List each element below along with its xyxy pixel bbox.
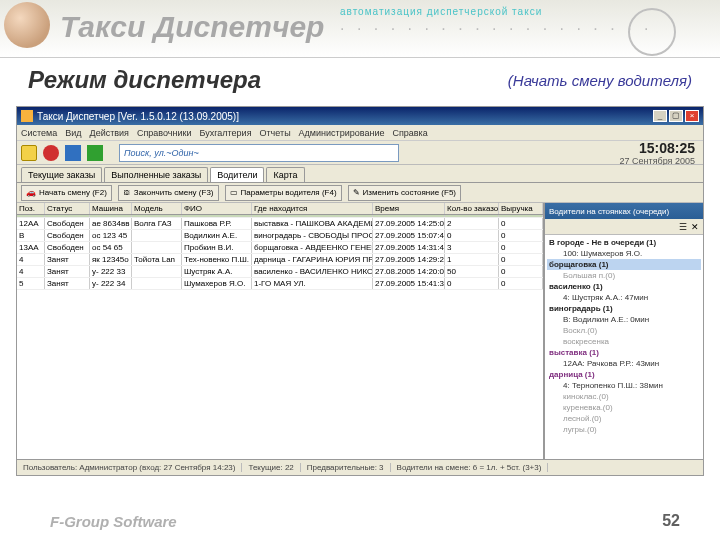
tree-node[interactable]: 12АА: Рачкова Р.Р.: 43мин — [547, 358, 701, 369]
tree-node[interactable]: 4: Тернопенко П.Ш.: 38мин — [547, 380, 701, 391]
start-shift-button[interactable]: 🚗Начать смену (F2) — [21, 185, 112, 201]
change-state-button[interactable]: ✎Изменить состояние (F5) — [348, 185, 461, 201]
table-row[interactable]: ВСвободенос 123 45Водилкин А.Е.винограда… — [17, 230, 543, 242]
footer-brand: F-Group Software — [50, 513, 177, 530]
grid-body[interactable]: 12ААСвободенае 8634ввВолга ГАЗПашкова Р.… — [17, 215, 543, 459]
tree-node[interactable]: василенко (1) — [547, 281, 701, 292]
main-split: Поз. Статус Машина Модель ФИО Где находи… — [17, 203, 703, 459]
page-header: Режим диспетчера (Начать смену водителя) — [0, 58, 720, 102]
menu-reports[interactable]: Отчеты — [260, 125, 291, 140]
tree-node[interactable]: Воскл.(0) — [547, 325, 701, 336]
tab-done-orders[interactable]: Выполненные заказы — [104, 167, 208, 182]
end-shift-button[interactable]: ⦻Закончить смену (F3) — [118, 185, 219, 201]
banner-dots: · · · · · · · · · · · · · · · · · · · — [340, 20, 652, 38]
page-number: 52 — [662, 512, 680, 530]
maximize-button[interactable]: ▢ — [669, 110, 683, 122]
key-icon[interactable] — [21, 145, 37, 161]
menubar: Система Вид Действия Справочники Бухгалт… — [17, 125, 703, 141]
tab-map[interactable]: Карта — [266, 167, 304, 182]
window-title: Такси Диспетчер [Ver. 1.5.0.12 (13.09.20… — [37, 111, 653, 122]
col-loc[interactable]: Где находится — [252, 203, 373, 214]
queue-tree[interactable]: В городе - Не в очереди (1)100: Шумахеро… — [545, 235, 703, 459]
operator-avatar — [4, 2, 50, 48]
col-poz[interactable]: Поз. — [17, 203, 45, 214]
col-car[interactable]: Машина — [90, 203, 132, 214]
tree-node[interactable]: 100: Шумахеров Я.О. — [547, 248, 701, 259]
collapse-icon[interactable]: ☰ — [679, 222, 687, 232]
table-row[interactable]: 13ААСвободенос 54 65Пробкин В.И.борщагов… — [17, 242, 543, 254]
page-subtitle: (Начать смену водителя) — [508, 72, 692, 89]
tree-node[interactable]: 4: Шустряк А.А.: 47мин — [547, 292, 701, 303]
menu-help[interactable]: Справка — [392, 125, 427, 140]
close-button[interactable]: × — [685, 110, 699, 122]
status-user: Пользователь: Администратор (вход: 27 Се… — [17, 463, 242, 472]
titlebar[interactable]: Такси Диспетчер [Ver. 1.5.0.12 (13.09.20… — [17, 107, 703, 125]
banner-subtitle: автоматизация диспетчерской такси — [340, 6, 542, 17]
side-tools: ☰ ✕ — [545, 219, 703, 235]
grid-header: Поз. Статус Машина Модель ФИО Где находи… — [17, 203, 543, 215]
edit-icon: ✎ — [353, 188, 360, 197]
col-time[interactable]: Время — [373, 203, 445, 214]
footer: F-Group Software 52 — [50, 512, 680, 530]
tabstrip: Текущие заказы Выполненные заказы Водите… — [17, 165, 703, 183]
status-preliminary: Предварительные: 3 — [301, 463, 391, 472]
tree-node[interactable]: В: Водилкин А.Е.: 0мин — [547, 314, 701, 325]
status-drivers: Водители на смене: 6 = 1л. + 5ст. (3+3) — [391, 463, 549, 472]
tree-node[interactable]: куреневка.(0) — [547, 402, 701, 413]
banner: Такси Диспетчер автоматизация диспетчерс… — [0, 0, 720, 58]
tree-node[interactable]: дарница (1) — [547, 369, 701, 380]
col-fio[interactable]: ФИО — [182, 203, 252, 214]
side-panel: Водители на стоянках (очереди) ☰ ✕ В гор… — [545, 203, 703, 459]
menu-view[interactable]: Вид — [65, 125, 81, 140]
card-icon: ▭ — [230, 188, 238, 197]
menu-accounting[interactable]: Бухгалтерия — [200, 125, 252, 140]
table-row[interactable]: 12ААСвободенае 8634ввВолга ГАЗПашкова Р.… — [17, 218, 543, 230]
tree-node[interactable]: В городе - Не в очереди (1) — [547, 237, 701, 248]
statusbar: Пользователь: Администратор (вход: 27 Се… — [17, 459, 703, 475]
side-header: Водители на стоянках (очереди) — [545, 203, 703, 219]
search-input[interactable]: Поиск, ул.~Один~ — [119, 144, 399, 162]
tree-node[interactable]: борщаговка (1) — [547, 259, 701, 270]
drivers-grid[interactable]: Поз. Статус Машина Модель ФИО Где находи… — [17, 203, 545, 459]
col-status[interactable]: Статус — [45, 203, 90, 214]
clock: 15:08:25 27 Сентября 2005 — [620, 140, 699, 166]
tree-node[interactable]: виноградарь (1) — [547, 303, 701, 314]
menu-actions[interactable]: Действия — [90, 125, 129, 140]
close-icon[interactable]: ✕ — [691, 222, 699, 232]
menu-admin[interactable]: Администрирование — [299, 125, 385, 140]
app-icon — [21, 110, 33, 122]
minimize-button[interactable]: _ — [653, 110, 667, 122]
tree-node[interactable]: Большая п.(0) — [547, 270, 701, 281]
toolbar: Поиск, ул.~Один~ 15:08:25 27 Сентября 20… — [17, 141, 703, 165]
banner-title: Такси Диспетчер — [60, 10, 324, 44]
col-rev[interactable]: Выручка — [499, 203, 543, 214]
car-icon: 🚗 — [26, 188, 36, 197]
tree-node[interactable]: выставка (1) — [547, 347, 701, 358]
table-row[interactable]: 5Заняту- 222 34Шумахеров Я.О.1-ГО МАЯ УЛ… — [17, 278, 543, 290]
banner-ornament — [628, 8, 676, 56]
tree-node[interactable]: лугры.(0) — [547, 424, 701, 435]
clock-time: 15:08:25 — [620, 140, 695, 156]
tab-current-orders[interactable]: Текущие заказы — [21, 167, 102, 182]
tree-node[interactable]: лесной.(0) — [547, 413, 701, 424]
tab-drivers[interactable]: Водители — [210, 167, 264, 182]
menu-system[interactable]: Система — [21, 125, 57, 140]
table-row[interactable]: 4Занятяк 12345оТойота LanТех-новенко П.Ш… — [17, 254, 543, 266]
tool-icon-2[interactable] — [65, 145, 81, 161]
tool-icon-1[interactable] — [43, 145, 59, 161]
table-row[interactable]: 4Заняту- 222 33Шустряк А.А.василенко - В… — [17, 266, 543, 278]
tree-node[interactable]: киноклас.(0) — [547, 391, 701, 402]
driver-params-button[interactable]: ▭Параметры водителя (F4) — [225, 185, 342, 201]
menu-refs[interactable]: Справочники — [137, 125, 192, 140]
col-orders[interactable]: Кол-во заказов — [445, 203, 499, 214]
stop-icon: ⦻ — [123, 188, 131, 197]
driver-actions: 🚗Начать смену (F2) ⦻Закончить смену (F3)… — [17, 183, 703, 203]
tree-node[interactable]: воскресенка — [547, 336, 701, 347]
tool-icon-3[interactable] — [87, 145, 103, 161]
col-model[interactable]: Модель — [132, 203, 182, 214]
page-title: Режим диспетчера — [28, 66, 261, 94]
status-current: Текущие: 22 — [242, 463, 300, 472]
side-title: Водители на стоянках (очереди) — [549, 207, 669, 216]
app-window: Такси Диспетчер [Ver. 1.5.0.12 (13.09.20… — [16, 106, 704, 476]
clock-date: 27 Сентября 2005 — [620, 156, 695, 166]
